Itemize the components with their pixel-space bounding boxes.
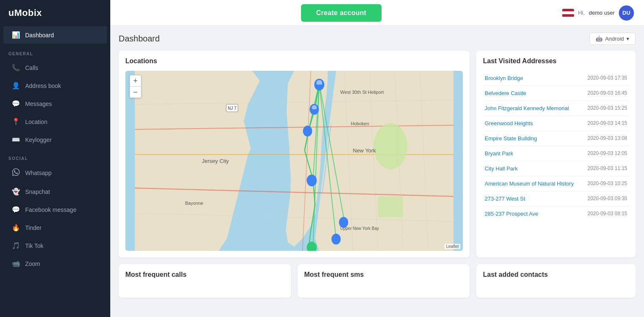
calls-card: Most frequent calls: [119, 264, 291, 298]
address-time: 2020-09-03 10:25: [587, 180, 627, 186]
map-card: Locations: [119, 51, 470, 258]
zoom-icon: 📹: [12, 260, 20, 268]
svg-text:New York: New York: [353, 147, 376, 154]
address-time: 2020-09-03 14:15: [587, 120, 627, 126]
bottom-grid: Most frequent calls Most frequent sms La…: [119, 264, 636, 298]
snapchat-label: Snapchat: [25, 188, 50, 195]
tiktok-icon: 🎵: [12, 242, 20, 250]
address-row[interactable]: Bryant Park 2020-09-03 12:05: [483, 146, 629, 161]
svg-text:West 30th St Heliport: West 30th St Heliport: [340, 90, 384, 95]
address-name: Belvedere Castle: [485, 90, 582, 96]
user-name: demo user: [589, 10, 615, 16]
address-book-label: Address book: [25, 82, 61, 89]
map-svg: Jersey City Bayonne West 30th St Helipor…: [125, 71, 463, 251]
address-book-icon: 👤: [12, 82, 20, 90]
address-time: 2020-09-03 13:08: [587, 135, 627, 141]
social-section-label: SOCIAL: [0, 149, 110, 163]
sidebar-item-tiktok[interactable]: 🎵 Tik Tok: [3, 237, 107, 254]
sms-card: Most frequent sms: [298, 264, 470, 298]
device-selector[interactable]: 🤖 Android ▾: [589, 33, 636, 45]
address-row[interactable]: Empire State Building 2020-09-03 13:08: [483, 131, 629, 146]
sidebar-item-address-book[interactable]: 👤 Address book: [3, 77, 107, 94]
hi-text: Hi,: [578, 10, 585, 16]
chevron-down-icon: ▾: [626, 36, 629, 42]
messages-icon: 💬: [12, 100, 20, 108]
tinder-label: Tinder: [25, 224, 42, 231]
address-row[interactable]: Greenwood Heights 2020-09-03 14:15: [483, 116, 629, 131]
svg-text:Bayonne: Bayonne: [185, 201, 203, 206]
address-name: Bryant Park: [485, 150, 582, 157]
contacts-card: Last added contacts: [476, 264, 636, 298]
create-account-button[interactable]: Create account: [301, 4, 382, 22]
user-area: Hi, demo user DU: [562, 5, 634, 21]
address-row[interactable]: City Hall Park 2020-09-03 11:15: [483, 161, 629, 176]
svg-point-16: [374, 123, 408, 169]
svg-rect-17: [378, 196, 403, 217]
sms-title: Most frequent sms: [304, 271, 463, 278]
address-name: City Hall Park: [485, 165, 582, 172]
address-row[interactable]: Belvedere Castle 2020-09-03 16:45: [483, 86, 629, 101]
address-row[interactable]: 285-237 Prospect Ave 2020-09-03 08:15: [483, 206, 629, 221]
sidebar-item-dashboard[interactable]: 📊 Dashboard: [3, 26, 107, 44]
address-row[interactable]: John Fitzgerald Kennedy Memorial 2020-09…: [483, 101, 629, 116]
sidebar-item-tinder[interactable]: 🔥 Tinder: [3, 219, 107, 236]
sidebar: uMobix 📊 Dashboard GENERAL 📞 Calls 👤 Add…: [0, 0, 110, 317]
facebook-label: Facebook message: [25, 206, 76, 213]
general-section-label: GENERAL: [0, 44, 110, 59]
address-row[interactable]: Brooklyn Bridge 2020-09-03 17:35: [483, 71, 629, 86]
address-row[interactable]: 273-277 West St 2020-09-03 09:35: [483, 191, 629, 206]
keylogger-label: Keylogger: [25, 137, 52, 143]
dashboard-grid: Locations: [119, 51, 636, 298]
logo-prefix: u: [8, 8, 14, 18]
location-label: Location: [25, 119, 47, 125]
sidebar-item-facebook[interactable]: 💬 Facebook message: [3, 201, 107, 218]
sidebar-item-zoom[interactable]: 📹 Zoom: [3, 255, 107, 272]
main-content: Create account Hi, demo user DU Dashboar…: [110, 0, 644, 317]
address-name: 285-237 Prospect Ave: [485, 211, 582, 217]
logo-suffix: Mobix: [14, 8, 42, 18]
address-name: Brooklyn Bridge: [485, 75, 582, 81]
location-icon: 📍: [12, 118, 20, 126]
sidebar-item-messages[interactable]: 💬 Messages: [3, 95, 107, 112]
sidebar-item-location[interactable]: 📍 Location: [3, 113, 107, 130]
address-time: 2020-09-03 15:25: [587, 105, 627, 111]
address-time: 2020-09-03 09:35: [587, 196, 627, 201]
app-logo: uMobix: [0, 0, 110, 26]
address-time: 2020-09-03 17:35: [587, 75, 627, 81]
messages-label: Messages: [25, 101, 52, 107]
locations-title: Locations: [125, 57, 463, 65]
address-name: 273-277 West St: [485, 196, 582, 202]
calls-title: Most frequent calls: [125, 271, 284, 278]
page-header: Dashboard 🤖 Android ▾: [119, 33, 636, 45]
whatsapp-icon: [12, 168, 20, 178]
address-time: 2020-09-03 08:15: [587, 211, 627, 216]
address-time: 2020-09-03 16:45: [587, 90, 627, 96]
sidebar-item-calls[interactable]: 📞 Calls: [3, 59, 107, 76]
map-container[interactable]: Jersey City Bayonne West 30th St Helipor…: [125, 71, 463, 251]
address-name: Empire State Building: [485, 135, 582, 142]
sidebar-item-keylogger[interactable]: ⌨️ Keylogger: [3, 131, 107, 148]
leaflet-attribution: Leaflet: [444, 244, 460, 249]
whatsapp-label: Whatsapp: [25, 170, 52, 176]
address-name: American Museum of Natural History: [485, 180, 582, 187]
android-icon: 🤖: [596, 36, 602, 42]
sidebar-item-snapchat[interactable]: 👻 Snapchat: [3, 183, 107, 200]
address-row[interactable]: American Museum of Natural History 2020-…: [483, 176, 629, 191]
page-title: Dashboard: [119, 34, 160, 44]
address-time: 2020-09-03 11:15: [587, 165, 627, 171]
map-zoom-controls: + −: [130, 75, 141, 98]
sidebar-item-whatsapp[interactable]: Whatsapp: [3, 164, 107, 182]
addresses-title: Last Visited Addresses: [483, 57, 629, 65]
tinder-icon: 🔥: [12, 224, 20, 232]
topbar: Create account Hi, demo user DU: [110, 0, 644, 26]
zoom-label: Zoom: [25, 260, 40, 267]
contacts-title: Last added contacts: [483, 271, 629, 278]
flag-us-icon: [562, 9, 574, 17]
zoom-out-button[interactable]: −: [130, 87, 141, 98]
page-content: Dashboard 🤖 Android ▾ Locations: [110, 26, 644, 317]
addresses-list[interactable]: Brooklyn Bridge 2020-09-03 17:35 Belvede…: [483, 71, 629, 251]
tiktok-label: Tik Tok: [25, 242, 44, 249]
zoom-in-button[interactable]: +: [130, 75, 141, 86]
address-time: 2020-09-03 12:05: [587, 150, 627, 156]
snapchat-icon: 👻: [12, 188, 20, 196]
